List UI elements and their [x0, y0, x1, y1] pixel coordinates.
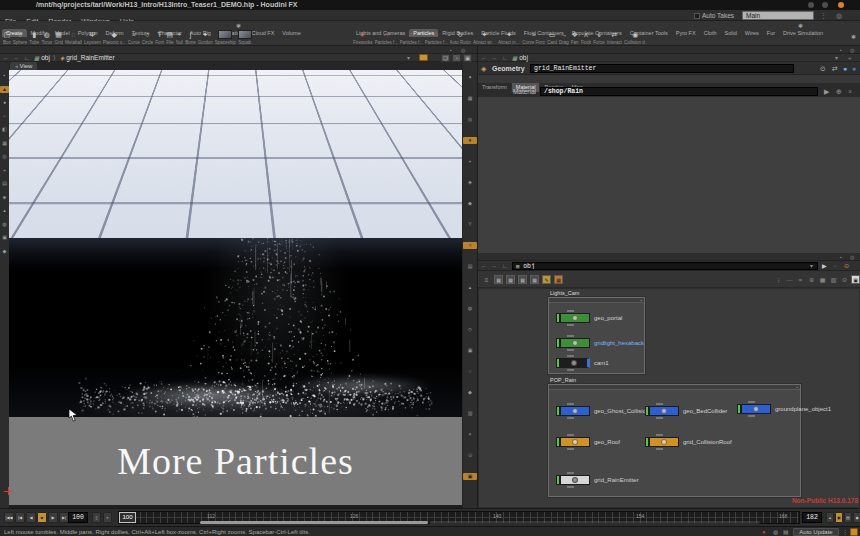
shelf-tool-attract-wi-[interactable]: ✦Attract wi…: [473, 30, 496, 45]
shelf-tab-solid[interactable]: Solid: [721, 29, 741, 37]
shelf-tool-circle[interactable]: ○Circle: [142, 30, 154, 45]
shelf-tool-gordon[interactable]: ✦Gordon: [198, 30, 213, 45]
shelf-tool-attract-in-[interactable]: ✦Attract in…: [498, 30, 520, 45]
network-tool-icon[interactable]: ▦: [530, 275, 539, 284]
node-body[interactable]: [560, 358, 590, 368]
node-body[interactable]: [649, 406, 679, 416]
network-box-header[interactable]: ▪: [549, 385, 800, 390]
playbar-option-icon[interactable]: ▣: [835, 512, 843, 523]
right-toolbar-icon[interactable]: ◈: [463, 179, 477, 186]
shelf-tool-particles-f-[interactable]: ∴Particles f…: [425, 30, 448, 45]
transport-play-back-button[interactable]: ◀: [26, 512, 36, 523]
shelf-tool-platonic-s-[interactable]: ◆Platonic s…: [103, 30, 126, 45]
shelf-tab-wires[interactable]: Wires: [741, 29, 763, 37]
material-path-input[interactable]: /shop/Rain: [540, 87, 818, 96]
transport-play-button[interactable]: ▶: [48, 512, 58, 523]
network-node-geo_roof[interactable]: geo_Roof: [556, 437, 620, 447]
node-body[interactable]: [741, 404, 771, 414]
right-toolbar-icon[interactable]: +: [463, 158, 477, 165]
forward-arrow-icon[interactable]: →: [491, 262, 497, 270]
network-view-icon[interactable]: ⊙: [840, 275, 849, 284]
network-view-icon[interactable]: ≈: [796, 275, 805, 284]
network-node-grid_collisionroof[interactable]: grid_CollisionRoof: [645, 437, 732, 447]
node-name-input[interactable]: grid_RainEmitter: [530, 64, 794, 73]
network-node-cam1[interactable]: cam1: [556, 358, 609, 368]
shelf-tool-fireworks[interactable]: ✳Fireworks: [353, 30, 373, 45]
left-toolbar-icon[interactable]: ◎: [0, 153, 9, 160]
forward-arrow-icon[interactable]: →: [13, 54, 19, 62]
minimize-icon[interactable]: [808, 2, 814, 8]
shelf-tool-spaceship[interactable]: Spaceship: [215, 30, 236, 45]
shelf-tab-fur[interactable]: Fur: [763, 29, 779, 37]
filter-icon[interactable]: ◦: [834, 262, 836, 270]
network-tool-icon[interactable]: ▦: [518, 275, 527, 284]
node-body[interactable]: [560, 437, 590, 447]
right-toolbar-icon[interactable]: ⊙: [463, 452, 477, 459]
range-lock-icon[interactable]: ×: [103, 512, 112, 523]
node-jump-icon[interactable]: ⊕: [836, 87, 842, 96]
chevron-down-icon[interactable]: ▾: [810, 262, 813, 270]
network-tool-icon[interactable]: ▦: [494, 275, 503, 284]
transport-stop-button[interactable]: ■: [37, 512, 47, 523]
node-body[interactable]: [560, 475, 590, 485]
left-toolbar-icon[interactable]: ●: [0, 99, 9, 106]
back-arrow-icon[interactable]: ←: [3, 54, 9, 62]
network-node-groundplane_object1[interactable]: groundplane_object1: [737, 404, 831, 414]
message-log-icon[interactable]: ◍: [773, 528, 778, 536]
shelf-tool-lsystem[interactable]: ΨLsystem: [84, 30, 101, 45]
left-toolbar-icon[interactable]: ▲: [0, 86, 9, 93]
network-view-icon[interactable]: ⋯: [785, 275, 794, 284]
shelf-tool-flock[interactable]: ʌFlock: [581, 30, 592, 45]
gear-icon[interactable]: ✱: [236, 22, 241, 29]
right-toolbar-icon[interactable]: ▾: [463, 137, 477, 144]
shelf-tool-null[interactable]: +Null: [176, 30, 184, 45]
playbar-option-icon[interactable]: ▤: [844, 512, 852, 523]
snapshot-icon[interactable]: ❏: [441, 54, 450, 62]
network-node-geo_bedcollider[interactable]: geo_BedCollider: [645, 406, 727, 416]
network-tool-icon[interactable]: ▦: [554, 275, 563, 284]
shader-sphere-icon[interactable]: ●: [852, 64, 856, 73]
shelf-tool-collision-d-[interactable]: ◉Collision d…: [624, 30, 647, 45]
link-icon[interactable]: ⇄: [832, 64, 838, 73]
network-path-input[interactable]: ▦ obj: [512, 262, 818, 270]
left-toolbar-icon[interactable]: ◆: [0, 248, 9, 255]
material-sphere-icon[interactable]: ●: [843, 64, 847, 73]
parent-icon[interactable]: ∟: [24, 54, 30, 62]
help-context-icon[interactable]: ◍: [836, 11, 842, 20]
persp-camera-icon[interactable]: ◔: [452, 54, 461, 62]
shelf-tool-card[interactable]: ▭Card: [547, 30, 557, 45]
left-toolbar-icon[interactable]: ▦: [0, 140, 9, 147]
clear-icon[interactable]: ×: [848, 87, 852, 96]
render-flipbook-icon[interactable]: ▣: [463, 54, 472, 62]
sync-toggle-icon[interactable]: [419, 54, 428, 61]
gear-icon[interactable]: ✱: [798, 22, 803, 29]
frame-field[interactable]: 100: [68, 512, 88, 523]
left-toolbar-icon[interactable]: ▪: [0, 72, 9, 79]
shelf-tool-box[interactable]: ▢Box: [3, 30, 11, 45]
shelf-tool-fan[interactable]: ❖Fan: [571, 30, 579, 45]
memory-icon[interactable]: ▤: [783, 528, 789, 536]
network-view-icon[interactable]: ⋮: [774, 275, 783, 284]
right-toolbar-icon[interactable]: ◆: [463, 389, 477, 396]
render-clapper-icon[interactable]: [850, 528, 858, 536]
right-toolbar-icon[interactable]: ◎: [463, 116, 477, 123]
shelf-tool-particles-f-[interactable]: ∴Particles f…: [400, 30, 423, 45]
right-toolbar-icon[interactable]: ▣: [463, 473, 477, 480]
pin-icon[interactable]: +: [848, 54, 852, 62]
network-view-icon[interactable]: ▦: [818, 275, 827, 284]
pane-maximize-icon[interactable]: ▪: [840, 46, 842, 54]
network-tool-icon[interactable]: ▦: [506, 275, 515, 284]
shelf-tool-file[interactable]: ▤File: [166, 30, 173, 45]
range-limit-icon[interactable]: ▯: [92, 512, 101, 523]
shelf-tool-sphere[interactable]: ○Sphere: [13, 30, 28, 45]
shelf-tool-squab[interactable]: Squab: [238, 30, 252, 45]
network-box-header[interactable]: ▪: [549, 298, 644, 303]
close-icon[interactable]: [838, 2, 844, 8]
right-toolbar-icon[interactable]: ◇: [463, 326, 477, 333]
right-toolbar-icon[interactable]: ◆: [463, 200, 477, 207]
network-node-gridlight_hexaback[interactable]: gridlight_hexaback: [556, 338, 644, 348]
maximize-icon[interactable]: [822, 2, 828, 8]
right-toolbar-icon[interactable]: ▦: [463, 95, 477, 102]
shelf-tool-bone[interactable]: ʃBone: [185, 30, 196, 45]
right-toolbar-icon[interactable]: ≈: [463, 242, 477, 249]
